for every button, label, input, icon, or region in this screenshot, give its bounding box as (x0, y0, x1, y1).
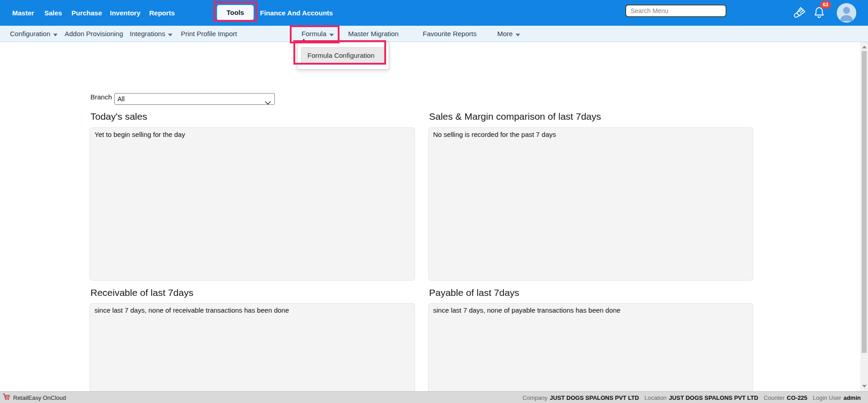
topnav-item-sales[interactable]: Sales (44, 0, 62, 26)
chevron-down-icon (515, 26, 520, 42)
chevron-down-icon (329, 26, 334, 42)
panel-message: since last 7 days, none of payable trans… (433, 306, 620, 314)
location-field: Location JUST DOGS SPALONS PVT LTD (644, 394, 758, 401)
branch-select[interactable]: All (114, 93, 275, 105)
status-bar: RE RetailEasy OnCloud Company JUST DOGS … (0, 391, 868, 403)
company-label: Company (522, 394, 547, 401)
panel-title-todays-sales: Today's sales (90, 111, 147, 122)
panel-title-sales-margin-comparison: Sales & Margin comparison of last 7days (429, 111, 601, 122)
topnav-item-reports[interactable]: Reports (149, 0, 175, 26)
nav2-item-favourite-reports[interactable]: Favourite Reports (423, 26, 476, 42)
chevron-down-icon (168, 26, 173, 42)
app-branding: RE RetailEasy OnCloud (3, 392, 66, 403)
scrollbar-thumb[interactable] (862, 51, 867, 353)
nav2-item-configuration[interactable]: Configuration (10, 26, 58, 42)
panel-title-payable: Payable of last 7days (429, 287, 519, 298)
menu-item-formula-configuration[interactable]: Formula Configuration (301, 47, 385, 64)
panel-message: since last 7 days, none of receivable tr… (94, 306, 289, 314)
chevron-down-icon (53, 26, 58, 42)
topnav-item-master[interactable]: Master (12, 0, 34, 26)
login-user-label: Login User (813, 394, 841, 401)
nav2-item-master-migration[interactable]: Master Migration (348, 26, 399, 42)
panel-sales-margin-comparison: No selling is recorded for the past 7 da… (428, 127, 753, 281)
scroll-up-arrow-icon[interactable] (862, 46, 867, 48)
panel-message: No selling is recorded for the past 7 da… (433, 131, 556, 138)
brush-icon[interactable] (792, 5, 807, 22)
panel-payable: since last 7 days, none of payable trans… (428, 303, 753, 403)
topnav-item-inventory[interactable]: Inventory (110, 0, 141, 26)
svg-text:RE: RE (5, 394, 11, 398)
branch-label: Branch (90, 91, 112, 103)
dropdown-pointer-icon (301, 39, 307, 42)
login-user-value: admin (844, 394, 861, 401)
topnav-item-tools-active[interactable]: Tools (217, 5, 254, 20)
panel-receivable: since last 7 days, none of receivable tr… (90, 303, 415, 403)
branch-select-value: All (118, 95, 125, 103)
formula-dropdown-menu: Formula Configuration (297, 42, 389, 70)
company-field: Company JUST DOGS SPALONS PVT LTD (522, 394, 639, 401)
top-menu-bar: Master Sales Purchase Inventory Reports … (0, 0, 868, 26)
nav2-item-more[interactable]: More (497, 26, 520, 42)
user-avatar[interactable] (837, 3, 856, 23)
counter-label: Counter (764, 394, 784, 401)
tools-submenu-bar: Configuration Addon Provisioning Integra… (0, 26, 868, 42)
panel-todays-sales: Yet to begin selling for the day (90, 127, 415, 281)
login-user-field: Login User admin (813, 394, 861, 401)
nav2-item-integrations[interactable]: Integrations (130, 26, 173, 42)
topnav-item-finance-and-accounts[interactable]: Finance And Accounts (260, 0, 333, 26)
session-info: Company JUST DOGS SPALONS PVT LTD Locati… (522, 392, 861, 403)
counter-field: Counter CO-225 (764, 394, 807, 401)
nav2-item-print-profile-import[interactable]: Print Profile Import (181, 26, 237, 42)
panel-title-receivable: Receivable of last 7days (90, 287, 193, 298)
counter-value: CO-225 (787, 394, 807, 401)
app-name: RetailEasy OnCloud (13, 394, 66, 401)
notification-count-badge: 63 (820, 1, 831, 9)
panel-message: Yet to begin selling for the day (94, 131, 185, 138)
location-label: Location (644, 394, 666, 401)
topnav-item-purchase[interactable]: Purchase (71, 0, 102, 26)
search-input[interactable] (625, 5, 726, 17)
retaileasy-logo-icon: RE (3, 393, 11, 402)
vertical-scrollbar[interactable] (860, 42, 868, 391)
location-value: JUST DOGS SPALONS PVT LTD (669, 394, 758, 401)
company-value: JUST DOGS SPALONS PVT LTD (550, 394, 639, 401)
dashboard-content: Branch All Today's sales Sales & Margin … (0, 42, 860, 391)
nav2-item-addon-provisioning[interactable]: Addon Provisioning (65, 26, 123, 42)
scroll-down-arrow-icon[interactable] (862, 385, 867, 388)
chevron-down-icon (265, 97, 271, 108)
